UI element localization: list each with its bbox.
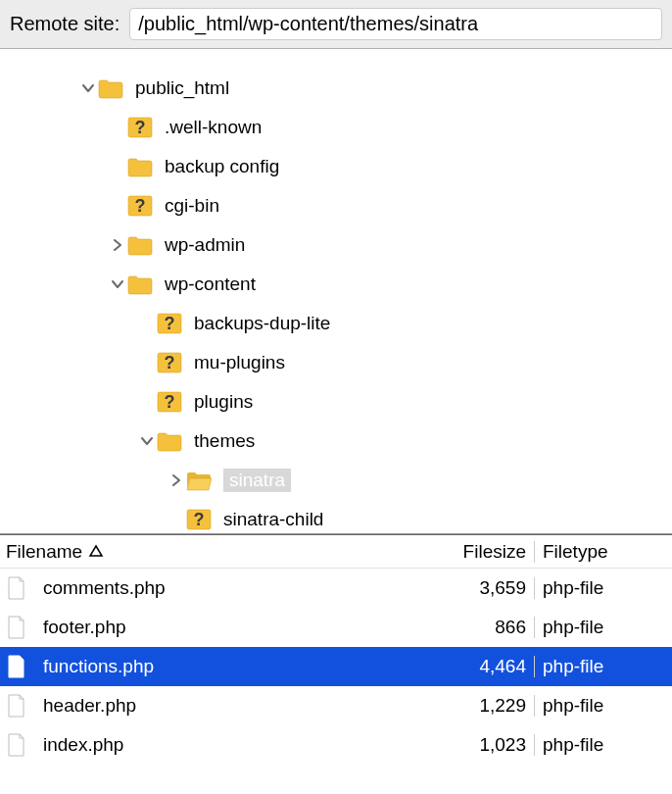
tree-item[interactable]: themes — [0, 422, 672, 461]
folder-icon — [98, 77, 123, 99]
tree-item-label: backups-dup-lite — [194, 313, 330, 334]
tree-item[interactable]: backups-dup-lite — [0, 304, 672, 343]
tree-item[interactable]: plugins — [0, 382, 672, 422]
file-list-header[interactable]: Filename Filesize Filetype — [0, 535, 672, 569]
tree-item-label: .well-known — [165, 117, 262, 138]
file-name: header.php — [43, 695, 136, 717]
tree-item[interactable]: public_html — [0, 69, 672, 108]
file-type: php-file — [535, 656, 672, 677]
file-size: 1,229 — [437, 695, 535, 717]
folder-icon — [127, 273, 153, 295]
file-type: php-file — [535, 695, 672, 717]
question-icon — [127, 195, 153, 217]
tree-item[interactable]: cgi-bin — [0, 186, 672, 225]
tree-item-label: public_html — [135, 77, 229, 99]
file-row[interactable]: functions.php4,464php-file — [0, 647, 672, 686]
file-name: index.php — [43, 734, 123, 756]
file-size: 866 — [437, 617, 535, 638]
file-row[interactable]: footer.php866php-file — [0, 608, 672, 647]
tree-item-label: plugins — [194, 391, 253, 413]
file-row[interactable]: index.php1,023php-file — [0, 725, 672, 765]
tree-item[interactable]: backup config — [0, 147, 672, 186]
file-icon — [6, 732, 27, 758]
folder-open-icon — [186, 470, 212, 491]
question-icon — [157, 352, 182, 373]
filename-header-label: Filename — [6, 541, 82, 563]
question-icon — [186, 509, 212, 530]
tree-item[interactable]: sinatra — [0, 461, 672, 500]
remote-site-label: Remote site: — [10, 13, 120, 35]
chevron-down-icon[interactable] — [78, 78, 98, 98]
file-list-panel: Filename Filesize Filetype comments.php3… — [0, 534, 672, 765]
tree-item[interactable]: sinatra-child — [0, 500, 672, 534]
file-size: 4,464 — [437, 656, 535, 677]
sort-ascending-icon — [88, 541, 104, 563]
file-size: 3,659 — [437, 577, 535, 599]
tree-item-label: sinatra-child — [223, 509, 323, 530]
tree-item[interactable]: wp-admin — [0, 225, 672, 265]
tree-item[interactable]: mu-plugins — [0, 343, 672, 382]
file-name: footer.php — [43, 617, 126, 638]
question-icon — [157, 391, 182, 413]
file-row[interactable]: header.php1,229php-file — [0, 686, 672, 725]
file-name: comments.php — [43, 577, 166, 599]
file-type: php-file — [535, 734, 672, 756]
tree-item[interactable]: .well-known — [0, 108, 672, 147]
folder-icon — [127, 156, 153, 177]
question-icon — [127, 117, 153, 138]
folder-icon — [157, 430, 182, 452]
column-header-filename[interactable]: Filename — [6, 541, 437, 563]
column-header-filesize[interactable]: Filesize — [437, 541, 535, 563]
remote-site-header: Remote site: — [0, 0, 672, 49]
tree-item[interactable]: wp-content — [0, 265, 672, 304]
tree-item-label: sinatra — [223, 469, 291, 492]
file-size: 1,023 — [437, 734, 535, 756]
file-icon — [6, 693, 27, 719]
column-header-filetype[interactable]: Filetype — [535, 541, 672, 563]
tree-item-label: themes — [194, 430, 255, 452]
tree-item-label: wp-admin — [165, 234, 245, 256]
tree-item-label: mu-plugins — [194, 352, 285, 373]
directory-tree[interactable]: public_html.well-knownbackup configcgi-b… — [0, 49, 672, 534]
chevron-right-icon[interactable] — [167, 471, 186, 490]
tree-item-label: backup config — [165, 156, 279, 177]
tree-item-label: wp-content — [165, 273, 256, 295]
tree-item-label: cgi-bin — [165, 195, 219, 217]
file-name: functions.php — [43, 656, 154, 677]
chevron-down-icon[interactable] — [108, 274, 127, 294]
file-row[interactable]: comments.php3,659php-file — [0, 569, 672, 608]
file-icon — [6, 575, 27, 601]
chevron-down-icon[interactable] — [137, 431, 157, 451]
file-icon — [6, 615, 27, 640]
remote-path-input[interactable] — [129, 8, 662, 40]
folder-icon — [127, 234, 153, 256]
file-icon — [6, 654, 27, 679]
file-type: php-file — [535, 577, 672, 599]
chevron-right-icon[interactable] — [108, 235, 127, 255]
question-icon — [157, 313, 182, 334]
file-type: php-file — [535, 617, 672, 638]
